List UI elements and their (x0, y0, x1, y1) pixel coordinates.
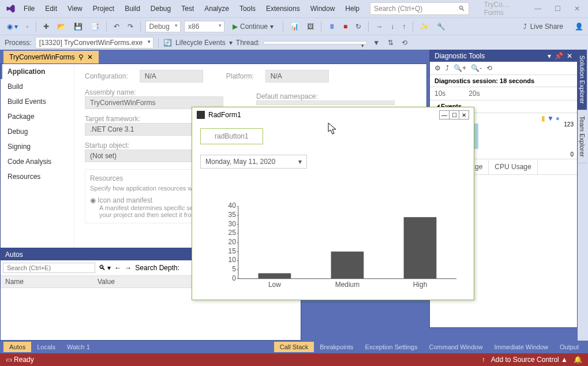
search-icon[interactable]: 🔍︎ ▾ (99, 264, 111, 272)
notifications-icon[interactable]: 🔔 (574, 356, 582, 364)
config-field[interactable]: N/A (140, 70, 203, 83)
autos-search-input[interactable] (3, 263, 95, 273)
radform-min-button[interactable]: — (439, 110, 450, 119)
pause-button[interactable]: ⏸ (326, 21, 338, 32)
btm-tab-immediate[interactable]: Immediate Window (488, 342, 554, 352)
quick-launch-search[interactable]: Search (Ctrl+Q) 🔍︎ (370, 2, 469, 15)
prop-tab-codeanalysis[interactable]: Code Analysis (1, 154, 74, 169)
btm-tab-callstack[interactable]: Call Stack (274, 342, 314, 352)
chevron-down-icon[interactable]: ▾ (298, 158, 302, 166)
menu-test[interactable]: Test (177, 2, 199, 15)
menu-build[interactable]: Build (120, 2, 145, 15)
process-combo[interactable]: [13320] TryConvertWinForms.exe (35, 37, 153, 48)
startup-field[interactable]: (Not set) (85, 150, 200, 162)
tb-icon-2[interactable]: 🖼 (305, 21, 316, 32)
thread-sort-icon[interactable]: ⇅ (385, 38, 396, 48)
searchdepth-label: Search Depth: (135, 264, 179, 272)
close-button[interactable]: ✕ (568, 5, 586, 13)
thread-refresh-icon[interactable]: ⟲ (399, 38, 410, 48)
lifecycle-label[interactable]: Lifecycle Events (175, 39, 226, 47)
config-combo[interactable]: Debug (145, 21, 181, 32)
btm-tab-exception[interactable]: Exception Settings (359, 342, 423, 352)
source-control-button[interactable]: Add to Source Control ▲ (491, 356, 568, 364)
btm-tab-breakpoints[interactable]: Breakpoints (314, 342, 359, 352)
doc-tab-active[interactable]: TryConvertWinForms ⚲ ✕ (3, 51, 99, 64)
diag-zoomout-icon[interactable]: 🔍- (471, 64, 482, 72)
diag-pin-icon[interactable]: 📌 (555, 52, 563, 60)
tb-icon-1[interactable]: 📊 (288, 21, 301, 32)
maximize-button[interactable]: ☐ (549, 5, 566, 13)
radio-icon[interactable]: ◉ (90, 196, 96, 204)
diag-dropdown-icon[interactable]: ▾ (548, 52, 551, 60)
prop-tab-build[interactable]: Build (1, 79, 74, 94)
btm-tab-locals[interactable]: Locals (31, 342, 61, 352)
tb-icon-3[interactable]: ✨ (418, 21, 431, 32)
platform-label: Platform: (226, 72, 254, 80)
diag-export-icon[interactable]: ⤴ (445, 64, 449, 72)
defaultns-field[interactable] (256, 100, 395, 105)
vtab-team-explorer[interactable]: Team Explorer (578, 110, 587, 163)
platform-combo[interactable]: x86 (184, 21, 224, 32)
thread-filter-icon[interactable]: ▼ (370, 38, 382, 48)
prop-tab-buildevents[interactable]: Build Events (1, 94, 74, 109)
step-over-button[interactable]: ↓ (388, 21, 396, 32)
radform-titlebar[interactable]: RadForm1 — ☐ ✕ (192, 107, 474, 122)
menu-view[interactable]: View (63, 2, 87, 15)
nav-back-button[interactable]: ◉ ▾ (5, 21, 20, 32)
menu-tools[interactable]: Tools (235, 2, 260, 15)
tab-cpu[interactable]: CPU Usage (489, 159, 537, 174)
btm-tab-command[interactable]: Command Window (424, 342, 489, 352)
nav-right-icon[interactable]: → (125, 264, 132, 272)
open-button[interactable]: 📂 (55, 21, 68, 32)
pin-icon[interactable]: ⚲ (78, 53, 84, 61)
menu-help[interactable]: Help (340, 2, 364, 15)
step-into-button[interactable]: → (373, 21, 385, 32)
targetfw-field[interactable]: .NET Core 3.1 (85, 123, 200, 136)
tb-icon-4[interactable]: 🔧 (435, 21, 448, 32)
diag-reset-icon[interactable]: ⟲ (486, 64, 492, 72)
redo-button[interactable]: ↷ (125, 21, 136, 32)
diag-gear-icon[interactable]: ⚙ (435, 64, 441, 72)
save-all-button[interactable]: 📑 (88, 21, 102, 32)
menu-edit[interactable]: Edit (40, 2, 62, 15)
undo-button[interactable]: ↶ (111, 21, 122, 32)
prop-tab-signing[interactable]: Signing (1, 139, 74, 154)
menu-debug[interactable]: Debug (146, 2, 175, 15)
live-share[interactable]: ⤴ Live Share 👤 (523, 23, 583, 31)
continue-button[interactable]: ▶Continue ▾ (228, 21, 278, 32)
nav-fwd-button[interactable]: ◦ (24, 21, 31, 32)
radform-close-button[interactable]: ✕ (459, 110, 469, 119)
feedback-icon[interactable]: 👤 (575, 23, 583, 31)
rad-button-1[interactable]: radButton1 (200, 128, 263, 144)
publish-icon[interactable]: ↑ (482, 356, 485, 364)
diag-zoomin-icon[interactable]: 🔍+ (454, 64, 466, 72)
menu-analyze[interactable]: Analyze (200, 2, 234, 15)
menu-window[interactable]: Window (306, 2, 340, 15)
menu-file[interactable]: File (19, 2, 39, 15)
btm-tab-watch[interactable]: Watch 1 (61, 342, 96, 352)
restart-button[interactable]: ↻ (353, 21, 364, 32)
menu-extensions[interactable]: Extensions (261, 2, 305, 15)
new-item-button[interactable]: ✚ (41, 21, 51, 32)
prop-tab-package[interactable]: Package (1, 109, 74, 124)
prop-tab-debug[interactable]: Debug (1, 124, 74, 139)
step-out-button[interactable]: ↑ (400, 21, 408, 32)
nav-left-icon[interactable]: ← (114, 264, 121, 272)
radform-max-button[interactable]: ☐ (449, 110, 459, 119)
tab-close-icon[interactable]: ✕ (87, 53, 93, 61)
btm-tab-autos[interactable]: Autos (3, 342, 31, 352)
vtab-solution-explorer[interactable]: Solution Explorer (578, 50, 587, 110)
stop-button[interactable]: ■ (341, 21, 350, 32)
col-name[interactable]: Name (1, 276, 93, 287)
diag-close-icon[interactable]: ✕ (567, 52, 572, 60)
menu-project[interactable]: Project (88, 2, 119, 15)
save-button[interactable]: 💾 (72, 21, 85, 32)
prop-tab-resources[interactable]: Resources (1, 169, 74, 184)
rad-datepicker[interactable]: Monday, May 11, 2020 ▾ (200, 155, 307, 169)
lifecycle-icon[interactable]: 🔄 (163, 39, 172, 47)
btm-tab-output[interactable]: Output (554, 342, 585, 352)
minimize-button[interactable]: — (529, 5, 546, 13)
thread-combo[interactable] (263, 41, 367, 44)
platform-field[interactable]: N/A (265, 70, 329, 83)
prop-tab-application[interactable]: Application (1, 64, 74, 79)
